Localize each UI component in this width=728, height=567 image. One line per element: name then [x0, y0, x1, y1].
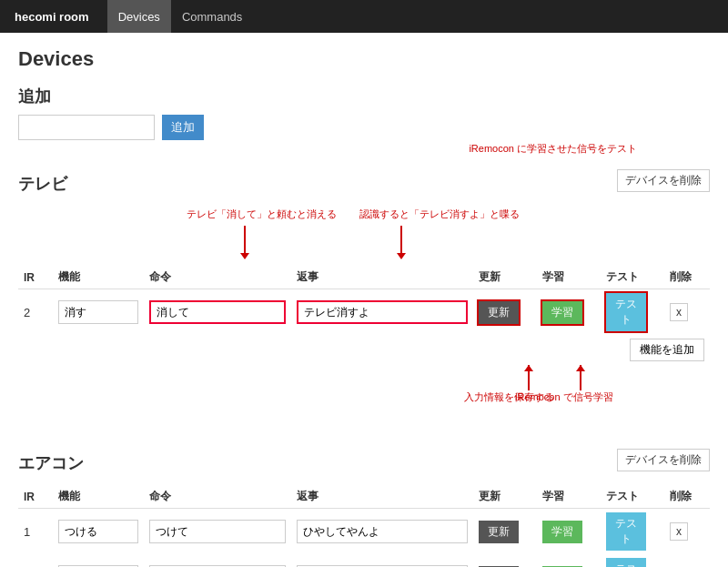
ir-cell: 3 — [18, 554, 53, 567]
add-section-title: 追加 — [18, 86, 710, 107]
tv-table: IR 機能 命令 返事 更新 学習 テスト 削除 2 更新 学習 — [18, 266, 710, 365]
page-title: Devices — [18, 47, 710, 71]
ir-cell: 1 — [18, 509, 53, 555]
brand-logo: hecomi room — [15, 10, 89, 24]
test-cell: テスト — [601, 554, 664, 567]
main-content: Devices 追加 追加 iRemocon に学習させた信号をテスト テレビ … — [0, 33, 728, 567]
update-button[interactable]: 更新 — [479, 301, 519, 324]
reply-cell — [291, 554, 473, 567]
th-delete: 削除 — [664, 266, 710, 289]
arrow-cmd — [244, 226, 246, 258]
callout-reply: 認識すると「テレビ消すよ」と喋る — [359, 208, 520, 221]
table-row: 1 更新 学習 テスト x — [18, 509, 710, 555]
learn-cell: 学習 — [537, 554, 601, 567]
add-func-cell: 機能を追加 — [18, 335, 710, 365]
add-func-row: 機能を追加 — [18, 335, 710, 365]
add-device-button[interactable]: 追加 — [162, 115, 204, 140]
th-learn: 学習 — [537, 266, 601, 289]
reply-cell — [291, 289, 473, 336]
th-test-ac: テスト — [601, 485, 664, 509]
th-func-ac: 機能 — [53, 485, 144, 509]
learn-button[interactable]: 学習 — [542, 301, 582, 324]
ac-section-title: エアコン — [18, 452, 84, 474]
cmd-cell — [144, 509, 292, 555]
update-cell: 更新 — [473, 509, 537, 555]
arrow-save-up — [528, 365, 530, 390]
update-cell: 更新 — [473, 554, 537, 567]
func-cell — [53, 289, 144, 336]
delete-cell: x — [664, 289, 710, 336]
th-func: 機能 — [53, 266, 144, 289]
test-cell: テスト — [601, 509, 664, 555]
th-ir: IR — [18, 266, 53, 289]
th-update-ac: 更新 — [473, 485, 537, 509]
tv-delete-device-button[interactable]: デバイスを削除 — [617, 169, 710, 192]
nav-devices[interactable]: Devices — [107, 0, 171, 33]
callout-right: iRemocon に学習させた信号をテスト — [469, 142, 637, 156]
navbar: hecomi room Devices Commands — [0, 0, 728, 33]
th-reply: 返事 — [291, 266, 473, 289]
ir-cell: 2 — [18, 289, 53, 336]
reply-input-ac1[interactable] — [297, 520, 468, 543]
th-ir-ac: IR — [18, 485, 53, 509]
func-input[interactable] — [58, 300, 138, 324]
delete-row-button[interactable]: x — [670, 303, 688, 321]
test-button-ac2[interactable]: テスト — [606, 558, 646, 567]
nav-links: Devices Commands — [107, 0, 254, 33]
arrow-learn-up — [580, 365, 581, 390]
learn-cell: 学習 — [537, 289, 601, 336]
device-section-tv: iRemocon に学習させた信号をテスト テレビ デバイスを削除 テレビ「消し… — [18, 158, 710, 410]
ac-device-header: エアコン デバイスを削除 — [18, 438, 710, 481]
func-input-ac1[interactable] — [58, 520, 138, 543]
th-delete-ac: 削除 — [664, 485, 710, 509]
reply-input[interactable] — [297, 300, 468, 324]
test-button-ac1[interactable]: テスト — [606, 512, 646, 551]
table-row: 3 更新 学習 テスト x — [18, 554, 710, 567]
reply-cell — [291, 509, 473, 555]
delete-cell: x — [664, 554, 710, 567]
tv-add-func-button[interactable]: 機能を追加 — [630, 339, 704, 361]
cmd-input[interactable] — [149, 300, 287, 324]
cmd-input-ac1[interactable] — [149, 520, 287, 543]
nav-commands[interactable]: Commands — [171, 0, 253, 33]
callout-learn: iRemocon で信号学習 — [515, 390, 613, 404]
learn-cell: 学習 — [537, 509, 601, 555]
th-update: 更新 — [473, 266, 537, 289]
th-test: テスト — [601, 266, 664, 289]
th-cmd-ac: 命令 — [144, 485, 292, 509]
callout-cmd: テレビ「消して」と頼むと消える — [187, 208, 337, 221]
test-button[interactable]: テスト — [606, 293, 646, 331]
tv-section-title: テレビ — [18, 173, 67, 195]
cmd-cell — [144, 554, 292, 567]
tv-device-header: テレビ デバイスを削除 — [18, 158, 710, 202]
th-cmd: 命令 — [144, 266, 292, 289]
cmd-cell — [144, 289, 292, 336]
delete-row-button-ac1[interactable]: x — [670, 522, 688, 541]
ac-table: IR 機能 命令 返事 更新 学習 テスト 削除 1 更新 学習 — [18, 485, 710, 567]
delete-cell: x — [664, 509, 710, 555]
arrow-reply — [400, 226, 402, 258]
th-reply-ac: 返事 — [291, 485, 473, 509]
func-cell — [53, 509, 144, 555]
update-cell: 更新 — [473, 289, 537, 336]
ac-delete-device-button[interactable]: デバイスを削除 — [617, 449, 710, 471]
add-section: 追加 — [18, 115, 710, 140]
add-device-input[interactable] — [18, 115, 155, 140]
table-row: 2 更新 学習 テスト x — [18, 289, 710, 336]
func-cell — [53, 554, 144, 567]
update-button-ac1[interactable]: 更新 — [479, 521, 519, 543]
th-learn-ac: 学習 — [537, 485, 601, 509]
learn-button-ac1[interactable]: 学習 — [542, 521, 582, 543]
device-section-ac: エアコン デバイスを削除 IR 機能 命令 返事 更新 学習 テスト 削除 1 — [18, 438, 710, 567]
test-cell: テスト — [601, 289, 664, 336]
